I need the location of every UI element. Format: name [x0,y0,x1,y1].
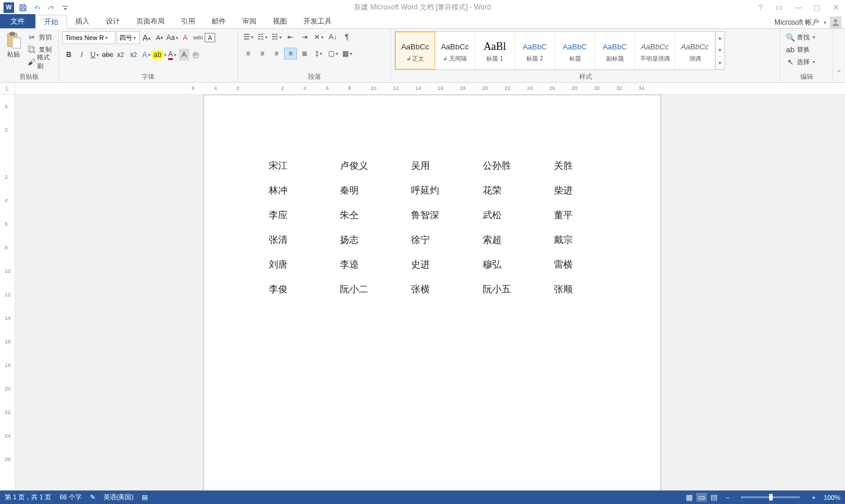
style-item[interactable]: AaBbCc强调 [675,32,715,69]
tab-view[interactable]: 视图 [265,14,295,28]
font-name-combo[interactable]: Times New R▾ [62,31,115,44]
text-cell[interactable]: 吴用 [411,160,453,172]
text-cell[interactable]: 秦明 [340,185,382,197]
justify-button[interactable]: ≡ [284,48,297,59]
text-cell[interactable]: 史进 [411,259,453,271]
tab-file[interactable]: 文件 [0,14,35,28]
style-item[interactable]: AaBl标题 1 [475,32,515,69]
align-left-button[interactable]: ≡ [242,48,255,59]
text-cell[interactable]: 刘唐 [269,259,310,271]
tab-selector[interactable]: L [0,83,15,94]
text-cell[interactable]: 公孙胜 [483,160,525,172]
text-cell[interactable]: 李俊 [269,283,310,296]
text-cell[interactable]: 张清 [269,234,310,246]
strikethrough-button[interactable]: abc [101,49,114,61]
style-item[interactable]: AaBbC标题 2 [515,32,555,69]
bold-button[interactable]: B [62,49,75,61]
spellcheck-icon[interactable]: ✎ [90,493,95,501]
style-item[interactable]: AaBbCc不明显强调 [635,32,675,69]
read-mode-button[interactable]: ▦ [686,493,693,502]
text-cell[interactable]: 卢俊义 [340,160,382,172]
style-item[interactable]: AaBbCc↲ 正文 [395,32,435,69]
text-cell[interactable]: 李逵 [340,259,382,271]
document-area[interactable]: 宋江卢俊义吴用公孙胜关胜林冲秦明呼延灼花荣柴进李应朱仝鲁智深武松董平张清扬志徐宁… [15,95,845,490]
zoom-thumb[interactable] [769,494,773,500]
page-indicator[interactable]: 第 1 页，共 1 页 [5,493,51,502]
superscript-button[interactable]: x2 [127,49,140,61]
align-right-button[interactable]: ≡ [270,48,283,59]
text-cell[interactable]: 扬志 [340,234,382,246]
macros-icon[interactable]: ▤ [142,493,148,501]
ribbon-options-button[interactable]: ▭ [772,2,786,14]
tab-home[interactable]: 开始 [35,15,67,29]
find-button[interactable]: 🔍查找▾ [784,31,825,43]
asian-layout-button[interactable]: ✕▾ [312,31,325,43]
multilevel-button[interactable]: ☵▾ [270,31,283,43]
text-cell[interactable]: 李应 [269,209,310,222]
decrease-indent-button[interactable]: ⇤ [284,31,297,43]
close-button[interactable]: ✕ [829,2,843,14]
print-layout-button[interactable]: ▭ [696,493,707,502]
font-size-combo[interactable]: 四号▾ [116,31,140,44]
align-center-button[interactable]: ≡ [256,48,269,59]
text-cell[interactable]: 索超 [483,234,525,246]
qat-customize[interactable] [59,1,72,14]
distribute-button[interactable]: ≣ [298,48,311,59]
cut-button[interactable]: ✂剪切 [26,31,55,43]
tab-design[interactable]: 设计 [98,14,128,28]
tab-review[interactable]: 审阅 [234,14,265,28]
tab-mailings[interactable]: 邮件 [203,14,234,28]
style-scroll-button[interactable]: ▴ [716,32,724,44]
highlight-button[interactable]: ab▾ [153,49,166,61]
maximize-button[interactable]: ▢ [810,2,824,14]
account-area[interactable]: Microsoft 帐户 ▾ [774,16,841,28]
shrink-font-button[interactable]: A▾ [153,32,166,44]
page[interactable]: 宋江卢俊义吴用公孙胜关胜林冲秦明呼延灼花荣柴进李应朱仝鲁智深武松董平张清扬志徐宁… [203,95,661,490]
collapse-ribbon-button[interactable]: ˆ [837,69,840,80]
text-cell[interactable]: 穆弘 [483,259,525,271]
style-item[interactable]: AaBbCc↲ 无间隔 [435,32,475,69]
zoom-in-button[interactable]: + [811,494,815,501]
zoom-slider[interactable] [741,496,800,498]
app-icon[interactable]: W [2,1,15,14]
grow-font-button[interactable]: A▴ [140,32,153,44]
style-item[interactable]: AaBbC副标题 [595,32,635,69]
phonetic-guide-button[interactable]: wén [192,32,205,44]
show-marks-button[interactable]: ¶ [340,31,353,43]
document-text[interactable]: 宋江卢俊义吴用公孙胜关胜林冲秦明呼延灼花荣柴进李应朱仝鲁智深武松董平张清扬志徐宁… [269,160,596,296]
line-spacing-button[interactable]: ‡▾ [312,48,325,59]
clear-format-button[interactable]: A [179,32,192,44]
change-case-button[interactable]: Aa▾ [166,32,179,44]
text-effects-button[interactable]: A▾ [140,49,153,61]
replace-button[interactable]: ab替换 [784,44,825,55]
text-cell[interactable]: 宋江 [269,160,310,172]
save-button[interactable] [16,1,29,14]
undo-button[interactable] [31,1,44,14]
text-cell[interactable]: 关胜 [554,160,596,172]
text-cell[interactable]: 张顺 [554,283,596,296]
text-cell[interactable]: 徐宁 [411,234,453,246]
text-cell[interactable]: 鲁智深 [411,209,453,222]
bullets-button[interactable]: ☰▾ [242,31,255,43]
text-cell[interactable]: 戴宗 [554,234,596,246]
web-layout-button[interactable]: ▤ [710,493,717,502]
text-cell[interactable]: 朱仝 [340,209,382,222]
select-button[interactable]: ↖选择▾ [784,56,825,68]
text-cell[interactable]: 花荣 [483,185,525,197]
text-cell[interactable]: 呼延灼 [411,185,453,197]
redo-button[interactable] [45,1,58,14]
tab-references[interactable]: 引用 [173,14,203,28]
paste-button[interactable]: 粘贴 [4,31,24,59]
style-scroll-button[interactable]: ▾ [716,44,724,56]
language-indicator[interactable]: 英语(美国) [103,493,133,502]
borders-button[interactable]: ▦▾ [340,48,353,59]
text-cell[interactable]: 阮小二 [340,283,382,296]
zoom-level[interactable]: 100% [824,494,840,501]
underline-button[interactable]: U▾ [88,49,101,61]
help-button[interactable]: ? [753,2,767,14]
horizontal-ruler[interactable]: 642246810121416182022242628303234 [15,83,845,94]
shading-button[interactable]: ▢▾ [326,48,339,59]
text-cell[interactable]: 张横 [411,283,453,296]
style-item[interactable]: AaBbC标题 [555,32,595,69]
enclose-char-button[interactable]: ㊥ [189,49,202,61]
